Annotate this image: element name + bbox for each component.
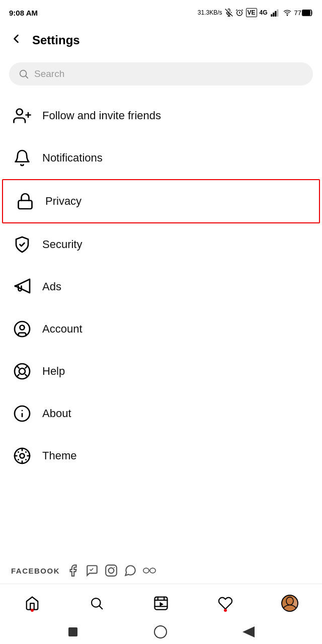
alarm-icon [235,9,244,17]
menu-label-about: About [42,407,71,420]
search-icon [18,68,29,79]
svg-point-21 [19,368,25,374]
svg-line-22 [17,366,19,368]
palette-icon [11,445,33,467]
svg-point-34 [18,459,19,460]
likes-dot [224,609,227,612]
android-home-icon [153,625,168,639]
menu-item-about[interactable]: About [0,392,322,435]
svg-point-31 [18,451,19,453]
nav-likes[interactable] [210,596,240,611]
menu-item-notifications[interactable]: Notifications [0,137,322,179]
signal-icon [270,9,280,17]
svg-line-12 [26,76,28,78]
menu-item-privacy[interactable]: Privacy [2,179,320,223]
svg-marker-47 [160,602,164,606]
svg-line-41 [100,606,102,608]
shield-check-icon [11,233,33,256]
svg-rect-50 [68,627,77,636]
menu-list: Follow and invite friends Notifications … [0,95,322,553]
svg-point-48 [286,597,293,605]
ve-icon: VE [246,8,257,17]
svg-point-19 [20,326,25,330]
svg-line-23 [25,374,27,376]
info-circle-icon [11,403,33,425]
svg-point-51 [154,626,167,638]
profile-avatar [281,595,298,612]
android-home-button[interactable] [153,625,168,639]
menu-label-security: Security [42,238,82,251]
svg-rect-16 [19,201,32,209]
svg-point-32 [25,459,27,460]
bell-icon [11,147,33,169]
nav-profile[interactable] [275,595,305,612]
whatsapp-icon [123,564,137,578]
svg-rect-4 [271,14,272,17]
menu-label-ads: Ads [42,280,61,293]
page-title: Settings [32,33,80,47]
recents-icon [67,626,78,637]
status-time: 9:08 AM [9,9,38,17]
status-icons: 31.3KB/s VE 4G 77 [198,8,313,17]
menu-item-help[interactable]: Help [0,350,322,392]
svg-point-39 [150,568,155,573]
menu-item-ads[interactable]: Ads [0,266,322,308]
instagram-icon [104,564,118,578]
facebook-section: FACEBOOK [0,553,322,584]
svg-point-49 [284,605,296,610]
svg-rect-5 [273,13,274,17]
svg-rect-35 [106,565,117,576]
bottom-nav [0,584,322,620]
home-dot [31,609,34,612]
person-circle-icon [11,318,33,340]
nav-reels[interactable] [146,596,176,611]
svg-marker-52 [243,626,255,637]
menu-item-account[interactable]: Account [0,308,322,350]
person-add-icon [11,105,33,127]
menu-label-privacy: Privacy [45,195,82,208]
menu-label-theme: Theme [42,449,76,462]
menu-label-follow: Follow and invite friends [42,109,161,122]
menu-item-follow[interactable]: Follow and invite friends [0,95,322,137]
menu-label-help: Help [42,365,65,378]
search-placeholder: Search [34,68,64,79]
header: Settings [0,24,322,56]
svg-rect-7 [277,10,278,17]
svg-point-13 [17,109,23,115]
svg-line-24 [25,366,27,368]
svg-point-37 [114,567,115,568]
fb-icon [66,564,80,578]
mute-icon [225,9,233,17]
svg-point-18 [15,321,30,337]
search-bar[interactable]: Search [9,62,313,86]
android-recents-button[interactable] [67,626,78,637]
wifi-icon [283,9,292,17]
facebook-icons [66,564,156,578]
svg-line-25 [17,374,19,376]
4g-icon: 4G [260,9,268,16]
nav-home[interactable] [17,596,47,611]
search-container: Search [0,56,322,95]
svg-point-36 [109,568,114,574]
svg-point-8 [287,15,287,16]
android-nav-bar [0,620,322,644]
nav-search[interactable] [82,596,112,611]
megaphone-icon [11,276,33,298]
menu-item-theme[interactable]: Theme [0,435,322,477]
search-nav-icon [89,596,104,611]
battery-icon: 77 [294,9,313,17]
reels-icon [153,596,169,611]
menu-item-security[interactable]: Security [0,223,322,266]
network-speed: 31.3KB/s [198,9,222,16]
menu-label-notifications: Notifications [42,151,103,165]
messenger-icon [85,564,99,578]
svg-point-17 [15,286,16,287]
status-bar: 9:08 AM 31.3KB/s VE 4G 77 [0,0,322,24]
menu-label-account: Account [42,323,83,336]
back-button[interactable] [9,32,23,49]
svg-rect-6 [275,11,276,17]
android-back-button[interactable] [243,626,255,637]
battery-level: 77 [294,9,301,17]
svg-point-33 [25,451,27,453]
android-back-icon [243,626,255,637]
